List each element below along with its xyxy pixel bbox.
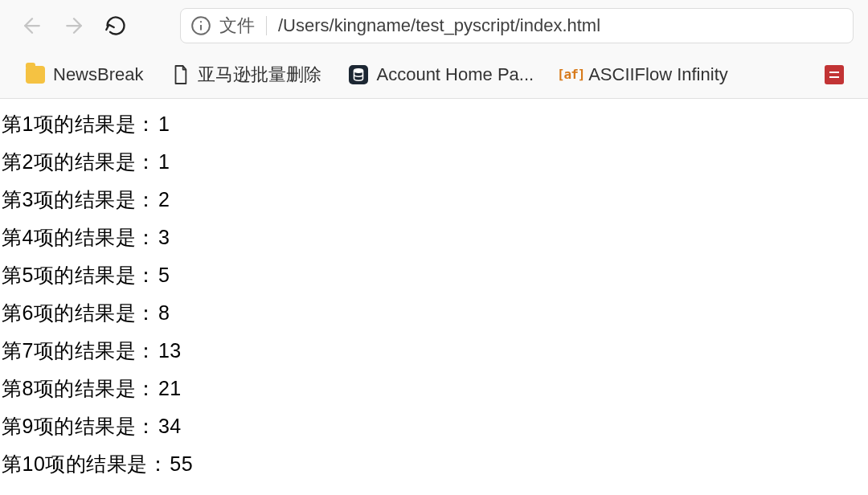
back-button[interactable] <box>14 8 50 43</box>
result-value: 5 <box>158 264 170 286</box>
result-line: 第10项的结果是：55 <box>2 445 866 483</box>
bookmark-item-asciiflow[interactable]: [af] ASCIIFlow Infinity <box>556 61 733 88</box>
reload-button[interactable] <box>98 8 133 43</box>
result-line: 第9项的结果是：34 <box>2 407 866 445</box>
result-value: 1 <box>158 112 170 135</box>
page-content: 第1项的结果是：1 第2项的结果是：1 第3项的结果是：2 第4项的结果是：3 … <box>0 99 868 489</box>
result-value: 21 <box>158 377 182 399</box>
result-line: 第8项的结果是：21 <box>2 370 866 407</box>
result-value: 3 <box>158 226 170 248</box>
result-value: 8 <box>158 301 170 324</box>
arrow-right-icon <box>62 14 86 38</box>
result-line: 第7项的结果是：13 <box>2 332 866 370</box>
svg-point-4 <box>200 21 202 22</box>
result-label: 第8项的结果是： <box>2 377 157 399</box>
result-label: 第5项的结果是： <box>2 264 157 286</box>
url-path: /Users/kingname/test_pyscript/index.html <box>278 15 600 36</box>
app-icon[interactable] <box>825 65 844 84</box>
reload-icon <box>104 14 127 37</box>
result-line: 第5项的结果是：5 <box>2 256 866 294</box>
bookmark-label: NewsBreak <box>53 64 143 85</box>
page-icon <box>170 65 190 84</box>
result-label: 第6项的结果是： <box>2 301 157 324</box>
info-icon[interactable] <box>190 15 211 36</box>
result-label: 第4项的结果是： <box>2 226 157 248</box>
bookmark-item-amazon-delete[interactable]: 亚马逊批量删除 <box>166 59 326 90</box>
bookmark-item-account-home[interactable]: Account Home Pa... <box>344 61 538 88</box>
database-icon <box>349 65 368 84</box>
asciiflow-icon: [af] <box>561 65 580 84</box>
url-scheme-label: 文件 <box>219 14 255 38</box>
separator <box>266 16 267 35</box>
browser-toolbar: 文件 /Users/kingname/test_pyscript/index.h… <box>0 0 868 51</box>
folder-icon <box>26 65 45 84</box>
result-label: 第7项的结果是： <box>2 339 157 362</box>
bookmarks-bar: NewsBreak 亚马逊批量删除 Account Home Pa... [af… <box>0 51 868 99</box>
result-value: 2 <box>158 188 170 211</box>
svg-rect-6 <box>829 72 839 73</box>
result-value: 1 <box>158 150 170 173</box>
address-bar[interactable]: 文件 /Users/kingname/test_pyscript/index.h… <box>180 8 854 43</box>
result-line: 第6项的结果是：8 <box>2 294 866 332</box>
result-value: 13 <box>158 339 182 362</box>
result-value: 34 <box>158 415 182 437</box>
result-line: 第3项的结果是：2 <box>2 181 866 219</box>
result-label: 第2项的结果是： <box>2 150 157 173</box>
arrow-left-icon <box>20 14 44 38</box>
result-value: 55 <box>170 452 193 475</box>
forward-button[interactable] <box>56 8 92 43</box>
bookmark-item-newsbreak[interactable]: NewsBreak <box>21 61 148 88</box>
result-line: 第4项的结果是：3 <box>2 219 866 256</box>
svg-point-5 <box>354 68 363 72</box>
result-label: 第1项的结果是： <box>2 112 157 135</box>
result-label: 第10项的结果是： <box>2 452 168 475</box>
result-label: 第9项的结果是： <box>2 415 157 437</box>
bookmark-label: 亚马逊批量删除 <box>198 63 321 87</box>
result-line: 第1项的结果是：1 <box>2 105 866 143</box>
svg-rect-7 <box>829 76 839 78</box>
result-label: 第3项的结果是： <box>2 188 157 211</box>
result-line: 第2项的结果是：1 <box>2 143 866 181</box>
bookmark-label: ASCIIFlow Infinity <box>588 64 728 85</box>
bookmark-label: Account Home Pa... <box>376 64 534 85</box>
